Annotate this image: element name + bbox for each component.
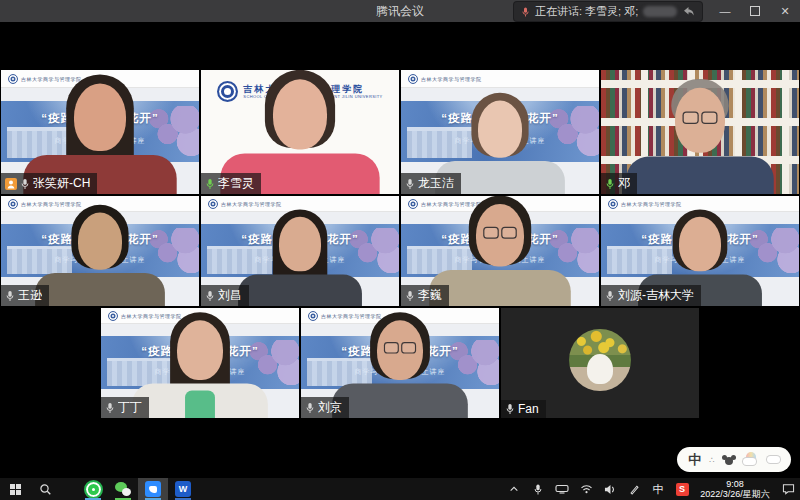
taskbar-meeting-app[interactable] [138, 478, 168, 500]
video-grid-row-2: 吉林大学商学与管理学院 “疫路同行 静待花开” 商学与管理学院 线上讲座 [0, 196, 800, 306]
participant-tile[interactable]: 吉林大学商学与管理学院 “疫路同行 静待花开” 商学与管理学院 线上讲座 [401, 196, 599, 306]
windows-taskbar: W [0, 478, 800, 500]
sogou-ime-icon: S [676, 483, 689, 496]
participant-name: 李雪灵 [218, 175, 254, 192]
participant-silhouette [34, 205, 166, 306]
titlebar[interactable]: 腾讯会议 正在讲话: 李雪灵; 邓; — ✕ [0, 0, 800, 22]
participant-tile[interactable]: 吉林大学商学与管理学院 “疫路同行 静待花开” 商学与管理学院 线上讲座 [401, 70, 599, 194]
search-icon [39, 483, 52, 496]
person-head [177, 320, 223, 380]
participant-name: 张笑妍-CH [33, 175, 90, 192]
wifi-icon [580, 484, 593, 494]
person-head [273, 79, 327, 149]
word-icon: W [175, 481, 191, 497]
ime-mickey-icon[interactable] [723, 455, 735, 465]
mic-icon [20, 178, 30, 190]
participant-label: 邓 [601, 173, 637, 194]
tray-language-button[interactable]: 中 [646, 478, 670, 500]
ime-language-mode[interactable]: 中 [688, 451, 701, 469]
mic-icon [605, 178, 615, 190]
tencent-meeting-icon [145, 481, 161, 497]
person-head [78, 213, 122, 270]
participant-tile[interactable]: 邓 [601, 70, 799, 194]
mic-icon [405, 178, 415, 190]
participant-tile[interactable]: 吉林大学商学与管理学院 “疫路同行 静待花开” 商学与管理学院 线上讲座 [201, 196, 399, 306]
person-inner-shirt [282, 162, 317, 194]
start-button[interactable] [0, 478, 30, 500]
speaker-icon [604, 484, 616, 495]
ime-cloud-icon[interactable] [767, 456, 780, 463]
taskbar-clock[interactable]: 9:08 2022/3/26/星期六 [694, 478, 776, 500]
tencent-meeting-window: 腾讯会议 正在讲话: 李雪灵; 邓; — ✕ 吉林大学商学与管理 [0, 0, 800, 500]
participant-name: 龙玉洁 [418, 175, 454, 192]
participant-tile[interactable]: 吉林大学商学与管理学院 “疫路同行 静待花开” 商学与管理学院 线上讲座 [301, 308, 499, 418]
school-logo-icon [8, 199, 18, 209]
tray-microphone-button[interactable] [526, 478, 550, 500]
tray-pen-button[interactable] [622, 478, 646, 500]
taskbar-wechat-app[interactable] [108, 478, 138, 500]
school-logo-icon [108, 311, 118, 321]
participant-name: 王逊 [18, 287, 42, 304]
participant-silhouette [131, 312, 269, 418]
close-button[interactable]: ✕ [770, 0, 800, 22]
participant-tile[interactable]: 吉林大学商学与管理学院 SCHOOL OF BUSINESS AND MANAG… [201, 70, 399, 194]
participant-label: 李巍 [401, 285, 449, 306]
video-grid-row-3: 吉林大学商学与管理学院 “疫路同行 静待花开” 商学与管理学院 线上讲座 [0, 308, 800, 418]
ime-toolbar[interactable]: 中 ∴ [677, 447, 791, 472]
taskbar-word-app[interactable]: W [168, 478, 198, 500]
clock-time: 9:08 [726, 479, 744, 489]
person-inner-shirt [385, 390, 415, 418]
input-language-indicator: 中 [653, 482, 664, 497]
glasses-icon [481, 227, 519, 239]
profile-avatar [569, 329, 631, 391]
participant-tile[interactable]: 吉林大学商学与管理学院 “疫路同行 静待花开” 商学与管理学院 线上讲座 [101, 308, 299, 418]
tray-volume-button[interactable] [598, 478, 622, 500]
person-inner-shirt [185, 390, 215, 418]
participant-tile[interactable]: 吉林大学商学与管理学院 “疫路同行 静待花开” 商学与管理学院 线上讲座 [601, 196, 799, 306]
reply-arrow-icon[interactable] [682, 6, 695, 17]
ime-dots-icon[interactable]: ∴ [709, 455, 715, 465]
person-inner-shirt [484, 277, 515, 306]
speaking-mic-icon [521, 6, 530, 18]
participant-tile[interactable]: 吉林大学商学与管理学院 “疫路同行 静待花开” 商学与管理学院 线上讲座 [1, 196, 199, 306]
participant-label: 张笑妍-CH [1, 173, 97, 194]
school-logo-icon [608, 199, 618, 209]
tray-network-button[interactable] [574, 478, 598, 500]
person-inner-shirt [486, 168, 515, 194]
taskbar-search-button[interactable] [30, 478, 60, 500]
person-inner-shirt [684, 164, 717, 194]
tray-cast-button[interactable] [550, 478, 574, 500]
windows-logo-icon [10, 484, 21, 495]
glasses-icon [680, 112, 720, 125]
person-head [478, 101, 522, 158]
participant-silhouette [331, 312, 469, 418]
speaking-text: 正在讲话: 李雪灵; 邓; [535, 4, 638, 19]
mic-icon [405, 290, 415, 302]
participant-silhouette [625, 79, 775, 194]
ime-rainbow-cloud-icon[interactable] [743, 454, 759, 465]
participant-label: 李雪灵 [201, 173, 261, 194]
tray-expand-button[interactable] [502, 478, 526, 500]
tray-sogou-button[interactable]: S [670, 478, 694, 500]
participant-tile[interactable]: 吉林大学商学与管理学院 “疫路同行 静待花开” 商学与管理学院 线上讲座 [1, 70, 199, 194]
maximize-button[interactable] [740, 0, 770, 22]
school-name-small: 吉林大学商学与管理学院 [221, 201, 282, 207]
mic-icon [5, 290, 15, 302]
action-center-button[interactable] [776, 478, 800, 500]
school-name-small: 吉林大学商学与管理学院 [621, 201, 682, 207]
taskbar-browser-app[interactable] [78, 478, 108, 500]
minimize-button[interactable]: — [710, 0, 740, 22]
mic-icon [605, 290, 615, 302]
participant-tile[interactable]: Fan [501, 308, 699, 418]
participant-silhouette [428, 196, 572, 306]
participant-name: 李巍 [418, 287, 442, 304]
speaking-toast[interactable]: 正在讲话: 李雪灵; 邓; [514, 2, 702, 21]
participant-label: 丁丁 [101, 397, 149, 418]
mic-icon [305, 402, 315, 414]
participant-label: 王逊 [1, 285, 49, 306]
person-head [279, 217, 321, 272]
participant-name: Fan [518, 402, 539, 416]
person-head [74, 84, 126, 152]
person-inner-shirt [86, 280, 115, 306]
participant-label: Fan [501, 400, 546, 418]
